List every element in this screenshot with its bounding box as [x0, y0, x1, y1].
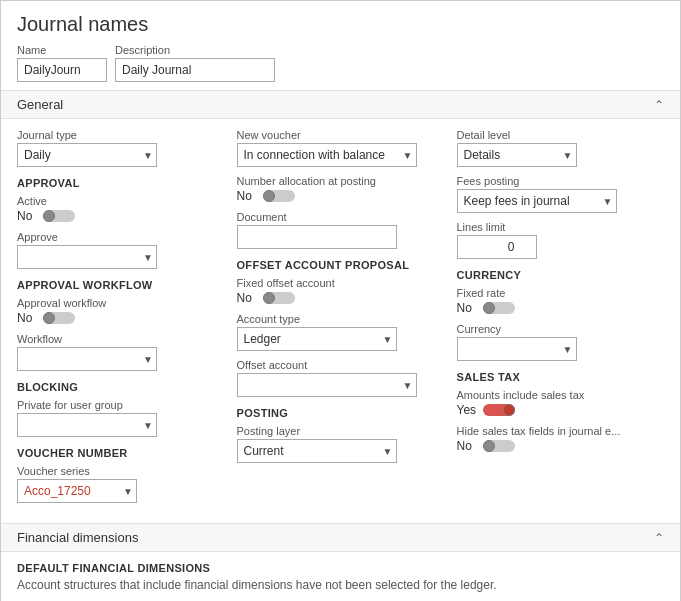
- fixed-offset-thumb: [263, 292, 275, 304]
- description-input[interactable]: [115, 58, 275, 82]
- detail-level-label: Detail level: [457, 129, 665, 141]
- workflow-toggle[interactable]: [43, 312, 75, 324]
- account-type-label: Account type: [237, 313, 445, 325]
- workflow-select[interactable]: [17, 347, 157, 371]
- financial-section-content: DEFAULT FINANCIAL DIMENSIONS Account str…: [1, 552, 680, 601]
- active-value: No: [17, 209, 37, 223]
- detail-level-field: Detail level Details ▼: [457, 129, 665, 167]
- private-select[interactable]: [17, 413, 157, 437]
- hide-toggle-row: No: [457, 439, 665, 453]
- name-desc-row: Name Description: [17, 44, 664, 82]
- voucher-series-wrapper: Acco_17250 ▼: [17, 479, 137, 503]
- workflow-toggle-thumb: [43, 312, 55, 324]
- approve-wrapper: ▼: [17, 245, 157, 269]
- document-input[interactable]: [237, 225, 397, 249]
- number-allocation-field: Number allocation at posting No: [237, 175, 445, 203]
- account-type-select[interactable]: Ledger: [237, 327, 397, 351]
- account-type-wrapper: Ledger ▼: [237, 327, 397, 351]
- general-section-header[interactable]: General ⌃: [1, 91, 680, 119]
- fixed-offset-label: Fixed offset account: [237, 277, 445, 289]
- posting-label: POSTING: [237, 407, 445, 419]
- amounts-toggle[interactable]: [483, 404, 515, 416]
- financial-chevron-icon: ⌃: [654, 531, 664, 545]
- left-column: Journal type Daily ▼ APPROVAL Active No: [17, 129, 237, 511]
- posting-layer-label: Posting layer: [237, 425, 445, 437]
- new-voucher-label: New voucher: [237, 129, 445, 141]
- main-container: Journal names Name Description General ⌃…: [0, 0, 681, 601]
- document-label: Document: [237, 211, 445, 223]
- financial-section-header[interactable]: Financial dimensions ⌃: [1, 524, 680, 552]
- private-field: Private for user group ▼: [17, 399, 225, 437]
- fixed-offset-toggle[interactable]: [263, 292, 295, 304]
- fees-posting-field: Fees posting Keep fees in journal ▼: [457, 175, 665, 213]
- detail-level-select[interactable]: Details: [457, 143, 577, 167]
- workflow-select-field: Workflow ▼: [17, 333, 225, 371]
- private-label: Private for user group: [17, 399, 225, 411]
- fixed-rate-thumb: [483, 302, 495, 314]
- fixed-offset-field: Fixed offset account No: [237, 277, 445, 305]
- fees-posting-select[interactable]: Keep fees in journal: [457, 189, 617, 213]
- fixed-offset-toggle-row: No: [237, 291, 445, 305]
- fixed-rate-toggle[interactable]: [483, 302, 515, 314]
- new-voucher-wrapper: In connection with balance ▼: [237, 143, 417, 167]
- active-toggle-thumb: [43, 210, 55, 222]
- journal-type-select[interactable]: Daily: [17, 143, 157, 167]
- currency-label: CURRENCY: [457, 269, 665, 281]
- currency-select[interactable]: [457, 337, 577, 361]
- page-header: Journal names Name Description: [1, 1, 680, 91]
- approve-field: Approve ▼: [17, 231, 225, 269]
- new-voucher-select[interactable]: In connection with balance: [237, 143, 417, 167]
- fees-posting-wrapper: Keep fees in journal ▼: [457, 189, 617, 213]
- description-field-group: Description: [115, 44, 275, 82]
- voucher-series-select[interactable]: Acco_17250: [17, 479, 137, 503]
- workflow-select-wrapper: ▼: [17, 347, 157, 371]
- voucher-number-label: VOUCHER NUMBER: [17, 447, 225, 459]
- approve-label: Approve: [17, 231, 225, 243]
- currency-select-label: Currency: [457, 323, 665, 335]
- name-label: Name: [17, 44, 107, 56]
- right-column: Detail level Details ▼ Fees posting Keep…: [457, 129, 665, 511]
- hide-toggle[interactable]: [483, 440, 515, 452]
- new-voucher-field: New voucher In connection with balance ▼: [237, 129, 445, 167]
- active-toggle[interactable]: [43, 210, 75, 222]
- approval-label: APPROVAL: [17, 177, 225, 189]
- fixed-offset-value: No: [237, 291, 257, 305]
- name-input[interactable]: [17, 58, 107, 82]
- hide-sales-tax-label: Hide sales tax fields in journal e...: [457, 425, 665, 437]
- amounts-sales-tax-label: Amounts include sales tax: [457, 389, 665, 401]
- name-field-group: Name: [17, 44, 107, 82]
- journal-type-wrapper: Daily ▼: [17, 143, 157, 167]
- journal-type-label: Journal type: [17, 129, 225, 141]
- active-label: Active: [17, 195, 225, 207]
- active-field: Active No: [17, 195, 225, 223]
- posting-layer-select[interactable]: Current: [237, 439, 397, 463]
- offset-account-select[interactable]: [237, 373, 417, 397]
- number-allocation-toggle-row: No: [237, 189, 445, 203]
- fin-description: Account structures that include financia…: [17, 578, 664, 592]
- account-type-field: Account type Ledger ▼: [237, 313, 445, 351]
- number-allocation-label: Number allocation at posting: [237, 175, 445, 187]
- fixed-rate-field: Fixed rate No: [457, 287, 665, 315]
- fixed-rate-label: Fixed rate: [457, 287, 665, 299]
- fees-posting-label: Fees posting: [457, 175, 665, 187]
- offset-account-wrapper: ▼: [237, 373, 417, 397]
- amounts-sales-tax-field: Amounts include sales tax Yes: [457, 389, 665, 417]
- approval-workflow-label: APPROVAL WORKFLOW: [17, 279, 225, 291]
- journal-type-field: Journal type Daily ▼: [17, 129, 225, 167]
- posting-layer-wrapper: Current ▼: [237, 439, 397, 463]
- fixed-rate-value: No: [457, 301, 477, 315]
- financial-section: Financial dimensions ⌃ DEFAULT FINANCIAL…: [1, 524, 680, 601]
- voucher-series-field: Voucher series Acco_17250 ▼: [17, 465, 225, 503]
- number-allocation-toggle[interactable]: [263, 190, 295, 202]
- currency-field: Currency ▼: [457, 323, 665, 361]
- workflow-active-label: Approval workflow: [17, 297, 225, 309]
- lines-limit-field: Lines limit: [457, 221, 665, 259]
- middle-column: New voucher In connection with balance ▼…: [237, 129, 457, 511]
- general-chevron-icon: ⌃: [654, 98, 664, 112]
- sales-tax-label: SALES TAX: [457, 371, 665, 383]
- posting-layer-field: Posting layer Current ▼: [237, 425, 445, 463]
- amounts-toggle-thumb: [503, 404, 515, 416]
- approve-select[interactable]: [17, 245, 157, 269]
- workflow-value: No: [17, 311, 37, 325]
- lines-limit-input[interactable]: [457, 235, 537, 259]
